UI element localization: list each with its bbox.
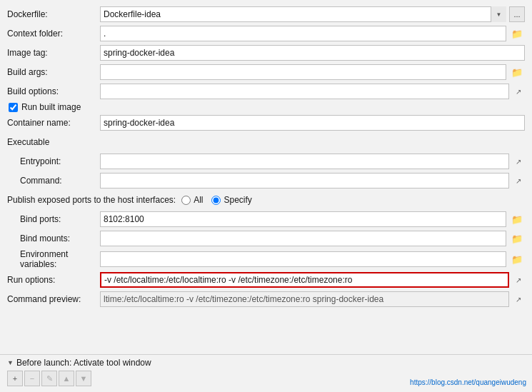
before-launch-triangle-icon[interactable]: ▼ [7,359,14,366]
build-options-input[interactable] [100,84,509,99]
dockerfile-select[interactable]: Dockerfile-idea [100,6,506,22]
env-variables-input-wrap: 📁 [100,251,525,267]
context-folder-browse-button[interactable]: 📁 [509,26,525,41]
container-name-label: Container name: [7,118,100,128]
dockerfile-label: Dockerfile: [7,9,100,19]
form-area: Dockerfile: Dockerfile-idea ▼ ... Contex… [0,0,532,354]
before-launch-header: ▼ Before launch: Activate tool window [7,358,525,368]
executable-section-row: Executable [7,134,525,151]
run-built-image-row: Run built image [7,102,525,112]
entrypoint-input[interactable] [100,154,509,169]
run-options-label: Run options: [7,275,100,285]
image-tag-row: Image tag: [7,44,525,61]
bind-mounts-input[interactable] [100,231,506,246]
run-built-image-label: Run built image [21,102,81,112]
context-folder-input[interactable] [100,26,506,41]
env-variables-row: Environment variables: 📁 [7,249,525,269]
command-preview-input [100,291,509,307]
bind-ports-row: Bind ports: 📁 [7,211,525,228]
container-name-input-wrap [100,115,525,131]
container-name-row: Container name: [7,114,525,131]
context-folder-row: Context folder: 📁 [7,25,525,42]
bind-ports-input[interactable] [100,211,506,227]
image-tag-label: Image tag: [7,48,100,58]
build-args-label: Build args: [7,67,100,77]
build-args-input-wrap: 📁 [100,64,525,80]
command-row: Command: ↗ [7,172,525,189]
bind-ports-browse-button[interactable]: 📁 [509,211,525,227]
command-label: Command: [7,176,100,186]
bind-ports-input-wrap: 📁 [100,211,525,227]
run-built-image-checkbox[interactable] [9,103,18,112]
build-args-row: Build args: 📁 [7,64,525,81]
before-launch-section: ▼ Before launch: Activate tool window + … [0,354,532,392]
dockerfile-input-wrap: Dockerfile-idea ▼ ... [100,6,525,22]
remove-button[interactable]: − [24,371,40,386]
entrypoint-expand-button[interactable]: ↗ [512,155,525,168]
edit-button[interactable]: ✎ [41,371,57,386]
radio-group: All Specify [181,195,525,205]
radio-specify-label: Specify [224,195,251,205]
env-variables-input[interactable] [100,251,506,267]
env-variables-label: Environment variables: [7,249,100,269]
move-up-button[interactable]: ▲ [59,371,74,386]
dockerfile-dots-button[interactable]: ... [509,6,525,22]
build-args-browse-button[interactable]: 📁 [509,64,525,80]
command-preview-expand-button[interactable]: ↗ [512,293,525,306]
container-name-input[interactable] [100,115,525,131]
context-folder-label: Context folder: [7,29,100,39]
command-preview-row: Command preview: ↗ [7,291,525,308]
radio-all-input[interactable] [181,196,191,205]
bind-mounts-row: Bind mounts: 📁 [7,230,525,247]
move-down-button[interactable]: ▼ [76,371,91,386]
run-options-input[interactable] [100,272,509,288]
build-options-expand-button[interactable]: ↗ [512,85,525,98]
env-variables-browse-button[interactable]: 📁 [509,251,525,267]
command-input[interactable] [100,173,509,189]
publish-ports-row: Publish exposed ports to the host interf… [7,191,525,208]
bind-ports-label: Bind ports: [7,214,100,224]
run-options-row: Run options: ↗ [7,271,525,288]
executable-label: Executable [7,137,100,147]
main-container: Dockerfile: Dockerfile-idea ▼ ... Contex… [0,0,532,392]
entrypoint-input-wrap: ↗ [100,154,525,169]
bind-mounts-browse-button[interactable]: 📁 [509,231,525,246]
image-tag-input[interactable] [100,45,525,61]
radio-specify-option: Specify [211,195,251,205]
command-preview-input-wrap: ↗ [100,291,525,307]
run-options-input-wrap: ↗ [100,272,525,288]
radio-specify-input[interactable] [211,196,221,205]
command-expand-button[interactable]: ↗ [512,174,525,187]
command-input-wrap: ↗ [100,173,525,189]
build-options-row: Build options: ↗ [7,83,525,100]
dockerfile-row: Dockerfile: Dockerfile-idea ▼ ... [7,6,525,23]
add-button[interactable]: + [7,371,23,386]
entrypoint-label: Entrypoint: [7,156,100,166]
watermark: https://blog.csdn.net/quangeiwudeng [410,378,526,386]
bind-mounts-input-wrap: 📁 [100,231,525,246]
build-options-input-wrap: ↗ [100,84,525,99]
radio-all-label: All [194,195,203,205]
publish-ports-label: Publish exposed ports to the host interf… [7,195,176,205]
context-folder-input-wrap: 📁 [100,26,525,41]
build-args-input[interactable] [100,64,506,80]
radio-all-option: All [181,195,203,205]
run-options-expand-button[interactable]: ↗ [512,273,525,286]
dockerfile-combo-wrap: Dockerfile-idea ▼ [100,6,506,22]
entrypoint-row: Entrypoint: ↗ [7,153,525,170]
command-preview-label: Command preview: [7,294,100,304]
build-options-label: Build options: [7,86,100,96]
image-tag-input-wrap [100,45,525,61]
before-launch-label: Before launch: Activate tool window [16,358,151,368]
bind-mounts-label: Bind mounts: [7,233,100,243]
